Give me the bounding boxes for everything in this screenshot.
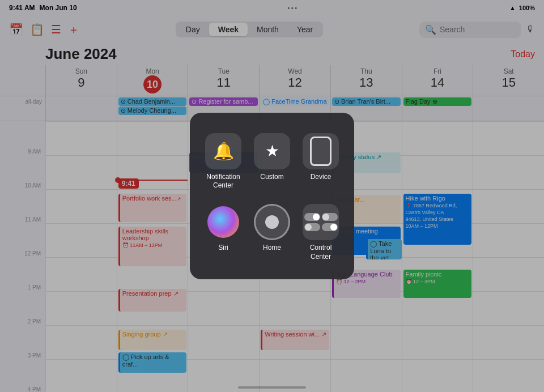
assistive-touch-popup: 🔔 NotificationCenter ★ Custom Device Sir… bbox=[190, 113, 354, 279]
popup-notification[interactable]: 🔔 NotificationCenter bbox=[199, 124, 248, 195]
popup-custom[interactable]: ★ Custom bbox=[248, 124, 296, 195]
device-icon-wrap bbox=[303, 133, 339, 169]
control-label: ControlCenter bbox=[310, 244, 332, 261]
toggle-3 bbox=[304, 223, 320, 231]
siri-label: Siri bbox=[218, 244, 228, 253]
custom-icon-wrap: ★ bbox=[254, 133, 290, 169]
notification-icon-wrap: 🔔 bbox=[205, 133, 241, 169]
popup-home[interactable]: Home bbox=[248, 195, 296, 266]
popup-device[interactable]: Device bbox=[296, 124, 345, 195]
bell-icon: 🔔 bbox=[213, 141, 234, 161]
toggle-4 bbox=[322, 223, 338, 231]
toggle-1 bbox=[304, 213, 320, 221]
siri-icon-wrap bbox=[205, 204, 241, 240]
toggle-2 bbox=[322, 213, 338, 221]
assistive-touch-overlay: 🔔 NotificationCenter ★ Custom Device Sir… bbox=[0, 0, 544, 392]
device-label: Device bbox=[311, 173, 332, 182]
siri-orb-icon bbox=[207, 206, 239, 238]
star-icon: ★ bbox=[265, 142, 279, 160]
custom-label: Custom bbox=[260, 173, 283, 182]
device-tablet-icon bbox=[310, 137, 332, 166]
popup-control[interactable]: ControlCenter bbox=[296, 195, 345, 266]
notification-label: NotificationCenter bbox=[206, 173, 240, 190]
control-center-icon bbox=[304, 213, 338, 231]
home-icon-wrap bbox=[254, 204, 290, 240]
popup-siri[interactable]: Siri bbox=[199, 195, 248, 266]
control-icon-wrap bbox=[303, 204, 339, 240]
home-label: Home bbox=[263, 244, 281, 253]
